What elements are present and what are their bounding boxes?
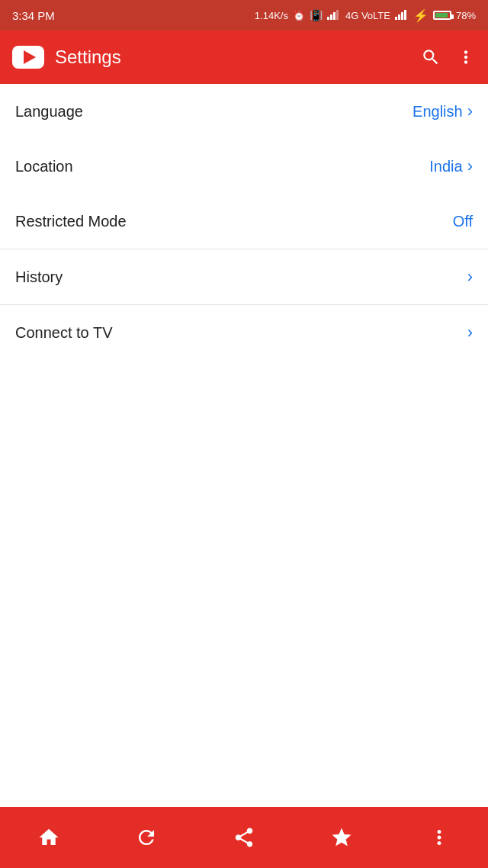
signal-bars: [327, 9, 341, 22]
svg-rect-6: [401, 12, 403, 20]
restricted-mode-value-wrap: Off: [453, 213, 473, 230]
location-value-wrap: India ›: [429, 156, 473, 176]
more-nav-button[interactable]: [390, 807, 488, 868]
history-item[interactable]: History ›: [0, 249, 488, 304]
search-button[interactable]: [421, 47, 441, 67]
bottom-navigation: [0, 807, 488, 868]
share-icon: [233, 826, 255, 849]
connect-to-tv-item[interactable]: Connect to TV ›: [0, 305, 488, 360]
toolbar-icons: [421, 47, 476, 67]
status-time: 3:34 PM: [12, 9, 55, 22]
location-item[interactable]: Location India ›: [0, 139, 488, 194]
language-chevron-icon: ›: [467, 101, 473, 121]
network-type: 4G VoLTE: [345, 10, 390, 21]
restricted-mode-item[interactable]: Restricted Mode Off: [0, 194, 488, 249]
network-speed: 1.14K/s: [255, 10, 288, 21]
time-display: 3:34 PM: [12, 9, 55, 22]
history-label: History: [15, 268, 63, 286]
more-vertical-nav-icon: [428, 826, 451, 849]
connect-to-tv-label: Connect to TV: [15, 324, 112, 342]
connect-to-tv-value-wrap: ›: [467, 323, 473, 342]
svg-rect-5: [398, 14, 400, 20]
home-nav-button[interactable]: [0, 807, 98, 868]
connect-to-tv-chevron-icon: ›: [467, 323, 473, 342]
language-value-wrap: English ›: [413, 101, 473, 121]
star-icon: [330, 826, 353, 849]
restricted-mode-value: Off: [453, 213, 473, 230]
vibrate-icon: 📳: [310, 9, 323, 21]
refresh-nav-button[interactable]: [98, 807, 195, 868]
language-label: Language: [15, 103, 83, 121]
language-value: English: [413, 103, 463, 121]
location-chevron-icon: ›: [467, 156, 473, 176]
svg-rect-2: [333, 12, 336, 20]
play-triangle-icon: [24, 50, 36, 64]
svg-rect-3: [336, 10, 339, 20]
youtube-logo: [12, 46, 44, 69]
status-right: 1.14K/s ⏰ 📳 4G VoLTE ⚡: [255, 8, 476, 23]
restricted-mode-label: Restricted Mode: [15, 213, 127, 230]
share-nav-button[interactable]: [195, 807, 293, 868]
history-value-wrap: ›: [467, 267, 473, 287]
location-label: Location: [15, 158, 73, 175]
more-vertical-icon: [456, 47, 476, 67]
battery-icon: [433, 11, 451, 20]
location-value: India: [429, 158, 462, 175]
app-toolbar: Settings: [0, 31, 488, 84]
battery-percent: 78%: [456, 10, 476, 21]
history-chevron-icon: ›: [467, 267, 473, 287]
language-item[interactable]: Language English ›: [0, 84, 488, 139]
page-title: Settings: [55, 47, 410, 68]
signal-bars-2: [395, 9, 409, 22]
charging-icon: ⚡: [413, 8, 429, 23]
settings-list: Language English › Location India › Rest…: [0, 84, 488, 360]
alarm-icon: ⏰: [293, 10, 305, 21]
status-bar: 3:34 PM 1.14K/s ⏰ 📳 4G VoLTE: [0, 0, 488, 31]
search-icon: [421, 47, 441, 67]
more-options-button[interactable]: [456, 47, 476, 67]
favorites-nav-button[interactable]: [293, 807, 390, 868]
home-icon: [37, 826, 60, 849]
svg-rect-4: [395, 17, 397, 20]
svg-rect-1: [330, 14, 332, 20]
refresh-icon: [135, 826, 158, 849]
svg-rect-0: [327, 17, 329, 20]
svg-rect-7: [404, 10, 406, 20]
